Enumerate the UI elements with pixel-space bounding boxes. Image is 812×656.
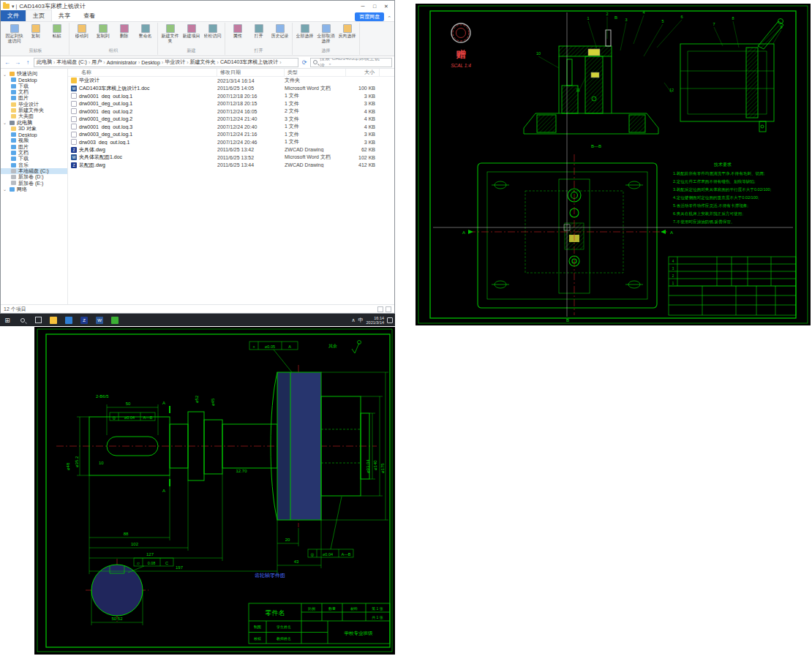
sidebar-item-4[interactable]: 图片 — [1, 95, 67, 101]
tray-expand-chevron[interactable]: ∧ — [351, 317, 355, 323]
ribbon-button-2-0[interactable]: 新建文件夹 — [160, 23, 180, 43]
sidebar-item-10[interactable]: Desktop — [1, 132, 67, 137]
sidebar-item-13[interactable]: 文档 — [1, 150, 67, 156]
file-row[interactable]: drw0001_deg_out.log.22007/12/24 21:403 文… — [68, 116, 394, 124]
ribbon-button-1-1[interactable]: 复制到 — [93, 23, 113, 39]
file-row[interactable]: drw0001_deg_out.log.32007/12/24 20:401 文… — [68, 123, 394, 131]
sidebar-item-9[interactable]: 3D 对象 — [1, 126, 67, 132]
ribbon-button-0-1[interactable]: 复制 — [26, 23, 45, 39]
tab-1[interactable]: 主页 — [26, 10, 52, 21]
sidebar-item-2[interactable]: 下载 — [1, 83, 67, 89]
file-row[interactable]: 毕业设计2021/3/14 16:14文件夹 — [68, 77, 394, 85]
maximize-button[interactable]: □ — [369, 1, 380, 11]
sidebar-item-15[interactable]: 音乐 — [1, 162, 67, 167]
ribbon-button-4-2[interactable]: 反向选择 — [337, 23, 357, 39]
sidebar-item-17[interactable]: 新加卷 (D:) — [1, 174, 67, 180]
ribbon-button-3-0[interactable]: 属性 — [228, 23, 247, 39]
sidebar-item-5[interactable]: 毕业设计 — [1, 101, 67, 107]
sidebar-item-11[interactable]: 视频 — [1, 137, 67, 143]
sidebar-item-0[interactable]: ⌄快速访问 — [1, 71, 67, 77]
thumbnail-view-toggle[interactable] — [386, 306, 391, 312]
tab-0[interactable]: 文件 — [1, 10, 26, 21]
breadcrumb-item-6[interactable]: 新建文件夹 — [190, 59, 216, 66]
ribbon-button-3-1[interactable]: 打开 — [249, 23, 268, 39]
file-row[interactable]: Z装配图.dwg2011/6/25 13:44ZWCAD Drawing412 … — [68, 162, 394, 170]
breadcrumb[interactable]: 此电脑›本地磁盘 (C:)›用户›Administrator›Desktop›毕… — [34, 58, 298, 67]
breadcrumb-item-0[interactable]: 此电脑 — [37, 59, 52, 66]
breadcrumb-item-3[interactable]: Administrator — [107, 60, 137, 65]
file-row[interactable]: drw003_deg_out.log.12007/12/24 20:461 文件… — [68, 138, 394, 146]
assembly-drawing-canvas[interactable]: 赠 SCAL 1:4 — [416, 4, 811, 325]
start-button[interactable]: ⊞ — [0, 314, 15, 326]
netdisk-button[interactable]: 百度网盘 — [355, 12, 384, 21]
sidebar-item-16[interactable]: 本地磁盘 (C:) — [1, 168, 67, 174]
breadcrumb-item-4[interactable]: Desktop — [141, 60, 160, 65]
file-row[interactable]: drw0001_deg_out.log.12007/12/18 20:151 文… — [68, 100, 394, 108]
sidebar-item-7[interactable]: 大美图 — [1, 113, 67, 119]
taskbar-explorer-icon[interactable] — [46, 314, 61, 326]
sidebar-item-19[interactable]: ⌄网络 — [1, 186, 67, 192]
file-row[interactable]: WCAD1403车床横上铣设计1.doc2011/6/25 14:05Micro… — [68, 85, 394, 93]
file-row[interactable]: drw0001_deg_out.log.12007/12/18 20:161 文… — [68, 92, 394, 100]
up-button[interactable]: ↑ — [23, 59, 32, 66]
file-row[interactable]: drw0001_deg_out.log.22007/12/24 16:052 文… — [68, 108, 394, 116]
file-row[interactable]: Z夹具体.dwg2011/6/25 13:42ZWCAD Drawing62 K… — [68, 146, 394, 154]
ribbon-collapse-chevron-icon[interactable]: ⌃ — [387, 15, 391, 21]
details-view-toggle[interactable] — [377, 306, 383, 312]
ribbon-button-3-2[interactable]: 历史记录 — [270, 23, 290, 39]
file-row[interactable]: drw0003_deg_out.log.12007/12/24 21:161 文… — [68, 131, 394, 139]
sidebar-item-14[interactable]: 下载 — [1, 156, 67, 162]
close-button[interactable]: ✕ — [380, 1, 392, 11]
tab-3[interactable]: 查看 — [77, 10, 102, 21]
minimize-button[interactable]: ─ — [357, 1, 369, 11]
ime-indicator[interactable]: 中 — [358, 317, 364, 324]
sidebar-item-1[interactable]: Desktop — [1, 77, 67, 83]
sidebar-item-8[interactable]: ⌄此电脑 — [1, 119, 67, 125]
ribbon-button-1-2[interactable]: 删除 — [114, 23, 134, 39]
taskbar-photos-icon[interactable] — [61, 314, 76, 326]
column-header-3[interactable]: 大小 — [346, 69, 380, 76]
ribbon-button-4-1[interactable]: 全部取消选择 — [316, 23, 336, 43]
forward-button[interactable]: → — [13, 59, 22, 66]
star-icon — [10, 72, 15, 76]
ribbon-button-2-1[interactable]: 新建项目 — [181, 23, 201, 39]
ribbon-button-2-2[interactable]: 轻松访问 — [203, 23, 222, 39]
sidebar-item-12[interactable]: 图片 — [1, 144, 67, 150]
search-input[interactable]: 搜索"CAD1403车床横上铣设..." — [310, 58, 392, 67]
ribbon-button-label: 删除 — [120, 34, 129, 39]
file-row[interactable]: W夹具体装配图1.doc2011/6/25 13:52Microsoft Wor… — [68, 154, 394, 162]
expand-chevron-icon[interactable]: ⌄ — [3, 186, 7, 192]
sidebar-item-6[interactable]: 新建文件夹 — [1, 108, 67, 113]
ribbon-button-0-2[interactable]: 粘贴 — [47, 23, 67, 39]
svg-text: 9 — [780, 25, 782, 29]
ribbon-button-1-3[interactable]: 重命名 — [135, 23, 155, 39]
refresh-icon[interactable]: ⟳ — [300, 59, 309, 66]
sidebar-item-18[interactable]: 新加卷 (E:) — [1, 180, 67, 186]
expand-chevron-icon[interactable]: ⌄ — [3, 120, 7, 125]
taskbar-wechat-icon[interactable] — [108, 314, 122, 326]
back-button[interactable]: ← — [3, 59, 12, 66]
taskbar-word-icon[interactable]: W — [92, 314, 107, 326]
expand-chevron-icon[interactable]: ⌄ — [3, 72, 7, 77]
clock[interactable]: 16:14 2021/3/14 — [366, 316, 384, 325]
breadcrumb-item-7[interactable]: CAD1403车床横上铣设计 — [220, 59, 278, 66]
task-view-button[interactable] — [31, 314, 45, 326]
quick-access-toolbar[interactable]: ▾ | — [12, 4, 17, 10]
breadcrumb-item-2[interactable]: 用户 — [91, 59, 102, 66]
arrow-b-top: B — [614, 15, 617, 20]
file-size: 412 KB — [346, 162, 380, 167]
tab-2[interactable]: 共享 — [52, 10, 77, 21]
sidebar-item-3[interactable]: 文档 — [1, 89, 67, 95]
search-button[interactable] — [15, 314, 30, 326]
column-header-1[interactable]: 修改日期 — [217, 69, 285, 76]
ribbon-button-0-0[interactable]: 固定到快速访问 — [4, 23, 24, 43]
breadcrumb-item-1[interactable]: 本地磁盘 (C:) — [56, 59, 87, 66]
part-drawing-canvas[interactable]: 其余 — [34, 327, 395, 655]
taskbar-zwcad-icon[interactable]: Z — [77, 314, 91, 326]
ribbon-button-4-0[interactable]: 全部选择 — [295, 23, 315, 39]
ribbon-button-1-0[interactable]: 移动到 — [72, 23, 91, 39]
breadcrumb-item-5[interactable]: 毕业设计 — [165, 59, 185, 66]
column-header-0[interactable]: 名称 — [68, 69, 217, 76]
action-center-icon[interactable] — [387, 317, 393, 323]
column-header-2[interactable]: 类型 — [285, 69, 346, 76]
